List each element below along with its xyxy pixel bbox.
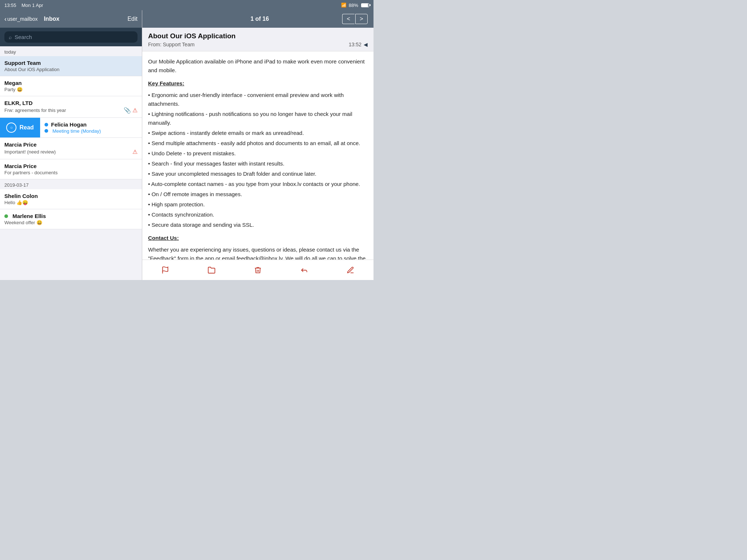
feature-item: High spam protection. — [148, 200, 368, 209]
reply-button[interactable] — [294, 263, 314, 277]
feature-item: Auto-complete contact names - as you typ… — [148, 180, 368, 188]
status-time: 13:55 — [4, 3, 16, 8]
email-title-bar: About Our iOS Application From: Support … — [142, 28, 374, 51]
email-from-row: From: Support Team 13:52 ◀ — [148, 42, 368, 47]
email-sender-1: Support Team — [4, 60, 138, 66]
nav-next-button[interactable]: > — [355, 14, 368, 24]
email-sender-5: Marcia Price — [4, 141, 138, 148]
status-time-date: 13:55 Mon 1 Apr — [4, 3, 43, 8]
contact-us-body: Whether you are experiencing any issues,… — [148, 245, 368, 260]
right-panel: 1 of 16 < > About Our iOS Application Fr… — [142, 10, 374, 280]
email-sender-7: Shelin Colon — [4, 193, 138, 199]
left-panel: ‹ user_mailbox Inbox Edit ⌕ Search today… — [0, 10, 142, 280]
trash-button[interactable] — [248, 263, 268, 277]
folder-icon — [208, 266, 216, 274]
search-container: ⌕ Search — [0, 28, 142, 46]
email-item-4[interactable]: Felicia Hogan Meeting time (Monday) — [40, 118, 142, 137]
email-sender-2: Megan — [4, 80, 138, 86]
reply-icon — [300, 266, 308, 274]
detail-flag-icon: ◀ — [364, 42, 368, 47]
email-subject-5: Important! (need review) ⚠ — [4, 148, 138, 155]
email-subject-6: For partners - documents — [4, 170, 138, 175]
feature-item: Swipe actions - instantly delete emails … — [148, 129, 368, 137]
email-item-felicia-row: ○ Read Felicia Hogan Meeting time (Monda… — [0, 118, 142, 138]
status-right: 📶 88% — [341, 3, 369, 8]
back-button[interactable]: ‹ user_mailbox — [4, 15, 38, 23]
email-content: About Our iOS Application From: Support … — [142, 28, 374, 260]
email-subject-7: Hello 👍😛 — [4, 200, 138, 205]
status-date: Mon 1 Apr — [22, 3, 43, 8]
edit-button[interactable]: Edit — [127, 16, 138, 22]
flag-icon-marcia1: ⚠ — [132, 148, 138, 155]
email-item-2[interactable]: Megan Party 😀 — [0, 76, 142, 96]
email-sender-8: Marlene Ellis — [4, 213, 138, 219]
flag-icon — [161, 266, 169, 274]
date-section-2019: 2019-03-17 — [0, 179, 142, 189]
feature-item: Send multiple attachments - easily add p… — [148, 139, 368, 148]
feature-item: On / Off remote images in messages. — [148, 190, 368, 199]
email-item-5[interactable]: Marcia Price Important! (need review) ⚠ — [0, 138, 142, 159]
feature-item: Save your uncompleted messages to Draft … — [148, 170, 368, 178]
unread-dot-marlene — [4, 214, 8, 218]
email-subject-1: About Our iOS Application — [4, 67, 138, 72]
email-from-label: From: Support Team — [148, 42, 194, 47]
email-item-6[interactable]: Marcia Price For partners - documents — [0, 159, 142, 179]
unread-dot-felicia — [44, 123, 48, 127]
email-time: 13:52 ◀ — [349, 42, 368, 47]
feature-item: Undo Delete - to prevent mistakes. — [148, 149, 368, 158]
nav-prev-button[interactable]: < — [342, 14, 355, 24]
status-bar: 13:55 Mon 1 Apr 📶 88% — [0, 0, 374, 10]
contact-us-heading: Contact Us: — [148, 234, 368, 242]
email-item-3[interactable]: ELKR, LTD Frw: agreements for this year … — [0, 96, 142, 118]
flag-button[interactable] — [155, 263, 175, 277]
left-header-nav: ‹ user_mailbox Inbox — [4, 15, 59, 23]
email-body: Our Mobile Application available on iPho… — [142, 51, 374, 260]
inbox-title: Inbox — [44, 16, 59, 22]
key-features-list: Ergonomic and user-friendly interface - … — [148, 91, 368, 229]
feature-item: Search - find your messages faster with … — [148, 159, 368, 168]
email-detail-title: About Our iOS Application — [148, 32, 368, 40]
battery-percent: 88% — [349, 3, 358, 8]
read-label: Read — [19, 124, 34, 131]
email-intro: Our Mobile Application available on iPho… — [148, 57, 368, 75]
email-subject-3: Frw: agreements for this year 📎 ⚠ — [4, 107, 138, 114]
flag-icon-red: ⚠ — [132, 107, 138, 114]
trash-icon — [254, 266, 262, 274]
search-icon: ⌕ — [9, 34, 12, 40]
email-sender-3: ELKR, LTD — [4, 100, 138, 106]
email-subject-2: Party 😀 — [4, 87, 138, 92]
email-list: today Support Team About Our iOS Applica… — [0, 46, 142, 280]
search-placeholder: Search — [15, 34, 32, 40]
key-features-heading: Key Features: — [148, 79, 368, 88]
email-sender-felicia: Felicia Hogan — [44, 121, 101, 128]
wifi-icon: 📶 — [341, 3, 347, 8]
folder-button[interactable] — [202, 263, 221, 277]
battery-icon — [361, 3, 369, 7]
read-circle-icon: ○ — [6, 122, 16, 133]
email-sender-6: Marcia Price — [4, 163, 138, 169]
email-item-8[interactable]: Marlene Ellis Weekend offer 😀 — [0, 209, 142, 229]
read-button[interactable]: ○ Read — [0, 118, 40, 137]
unread-dot-blue — [44, 129, 48, 133]
email-item-1[interactable]: Support Team About Our iOS Application — [0, 56, 142, 76]
date-section-today: today — [0, 46, 142, 56]
email-subject-8: Weekend offer 😀 — [4, 220, 138, 225]
attachment-icon: 📎 — [124, 107, 131, 114]
left-header: ‹ user_mailbox Inbox Edit — [0, 10, 142, 28]
email-subject-felicia-sub: Meeting time (Monday) — [44, 128, 101, 134]
back-chevron-icon: ‹ — [4, 15, 7, 23]
main-layout: ‹ user_mailbox Inbox Edit ⌕ Search today… — [0, 10, 374, 280]
nav-buttons: < > — [342, 14, 368, 24]
search-bar[interactable]: ⌕ Search — [4, 31, 138, 43]
email-item-7[interactable]: Shelin Colon Hello 👍😛 — [0, 189, 142, 209]
feature-item: Ergonomic and user-friendly interface - … — [148, 91, 368, 108]
bottom-toolbar — [142, 260, 374, 280]
compose-icon — [347, 266, 355, 274]
feature-item: Secure data storage and sending via SSL. — [148, 221, 368, 229]
compose-button[interactable] — [341, 263, 360, 277]
detail-header: 1 of 16 < > — [142, 10, 374, 28]
mailbox-label: user_mailbox — [7, 16, 38, 22]
email-counter: 1 of 16 — [251, 16, 269, 22]
feature-item: Lightning notifications - push notificat… — [148, 110, 368, 127]
feature-item: Contacts synchronization. — [148, 210, 368, 219]
